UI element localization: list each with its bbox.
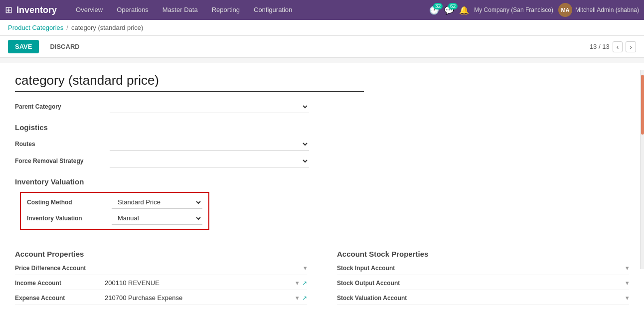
activities-icon[interactable]: 🕐 32 (429, 5, 439, 15)
bell-icon[interactable]: 🔔 (459, 5, 469, 15)
parent-category-row: Parent Category (15, 100, 629, 113)
discard-button[interactable]: DISCARD (43, 40, 86, 53)
grid-icon[interactable]: ⊞ (5, 4, 12, 15)
nav-overview[interactable]: Overview (69, 0, 110, 20)
stock-valuation-arrow[interactable]: ▾ (626, 294, 629, 302)
costing-method-select[interactable]: Standard Price Average Cost (AVCO) First… (112, 196, 202, 209)
inv-val-highlight-box: Costing Method Standard Price Average Co… (20, 192, 209, 230)
expense-account-arrow[interactable]: ▾ (296, 294, 299, 302)
stock-output-row: Stock Output Account ▾ (337, 279, 629, 290)
user-name: Mitchell Admin (shabna) (575, 6, 639, 13)
stock-output-label: Stock Output Account (337, 280, 427, 287)
logistics-section-title: Logistics (15, 123, 629, 132)
stock-valuation-label: Stock Valuation Account (337, 295, 427, 302)
main-nav: Overview Operations Master Data Reportin… (69, 0, 429, 20)
parent-category-field (110, 100, 309, 113)
user-avatar: MA (558, 3, 572, 17)
income-account-row: Income Account 200110 REVENUE ▾ ↗ (15, 279, 307, 290)
stock-valuation-row: Stock Valuation Account ▾ (337, 294, 629, 305)
stock-input-field: ▾ (427, 264, 629, 272)
routes-select[interactable] (110, 138, 309, 151)
stock-input-row: Stock Input Account ▾ (337, 264, 629, 275)
save-button[interactable]: SAVE (8, 40, 39, 53)
force-removal-field (110, 155, 309, 167)
breadcrumb-parent[interactable]: Product Categories (8, 24, 63, 31)
income-account-arrow[interactable]: ▾ (296, 279, 299, 287)
stock-output-field: ▾ (427, 279, 629, 287)
force-removal-label: Force Removal Strategy (15, 157, 105, 164)
expense-account-field: 210700 Purchase Expense ▾ ↗ (105, 294, 307, 302)
stock-input-label: Stock Input Account (337, 265, 427, 272)
messages-icon[interactable]: 💬 62 (444, 5, 454, 15)
inventory-valuation-label: Inventory Valuation (27, 215, 107, 222)
account-props-left: Account Properties Price Difference Acco… (15, 240, 307, 309)
routes-label: Routes (15, 141, 105, 148)
parent-category-select[interactable] (110, 100, 309, 113)
breadcrumb-separator: / (66, 24, 68, 31)
nav-master-data[interactable]: Master Data (156, 0, 205, 20)
routes-row: Routes (15, 138, 629, 151)
costing-method-row: Costing Method Standard Price Average Co… (27, 196, 202, 209)
pager-next[interactable]: › (626, 41, 636, 52)
form-title[interactable]: category (standard price) (15, 73, 364, 92)
parent-category-label: Parent Category (15, 103, 105, 110)
pager: 13 / 13 ‹ › (590, 41, 636, 52)
stock-output-arrow[interactable]: ▾ (626, 279, 629, 287)
stock-valuation-field: ▾ (427, 294, 629, 302)
nav-reporting[interactable]: Reporting (205, 0, 247, 20)
scrollbar[interactable] (640, 70, 644, 269)
price-diff-label: Price Difference Account (15, 265, 105, 272)
pager-prev[interactable]: ‹ (613, 41, 623, 52)
price-diff-arrow[interactable]: ▾ (304, 264, 307, 272)
breadcrumb: Product Categories / category (standard … (0, 20, 644, 36)
topbar-right: 🕐 32 💬 62 🔔 My Company (San Francisco) M… (429, 3, 639, 17)
nav-operations[interactable]: Operations (110, 0, 156, 20)
price-diff-field: ▾ (105, 264, 307, 272)
user-menu[interactable]: MA Mitchell Admin (shabna) (558, 3, 639, 17)
costing-method-field: Standard Price Average Cost (AVCO) First… (112, 196, 202, 209)
action-bar: SAVE DISCARD 13 / 13 ‹ › (0, 36, 644, 58)
force-removal-select[interactable] (110, 155, 309, 167)
income-account-label: Income Account (15, 280, 105, 287)
messages-badge: 62 (448, 3, 458, 9)
stock-props-title: Account Stock Properties (337, 250, 629, 258)
account-props-title: Account Properties (15, 250, 307, 258)
account-stock-props-right: Account Stock Properties Stock Input Acc… (337, 240, 629, 309)
force-removal-row: Force Removal Strategy (15, 155, 629, 167)
topbar: ⊞ Inventory Overview Operations Master D… (0, 0, 644, 20)
main-form: category (standard price) Parent Categor… (0, 63, 644, 311)
breadcrumb-current: category (standard price) (71, 24, 144, 31)
inventory-valuation-field: Manual Automated (112, 212, 202, 225)
income-account-ext-link[interactable]: ↗ (302, 280, 307, 287)
costing-method-label: Costing Method (27, 199, 107, 206)
price-diff-row: Price Difference Account ▾ (15, 264, 307, 275)
activities-badge: 32 (433, 3, 443, 9)
expense-account-row: Expense Account 210700 Purchase Expense … (15, 294, 307, 305)
inventory-valuation-select[interactable]: Manual Automated (112, 212, 202, 225)
inv-val-section: Costing Method Standard Price Average Co… (15, 192, 629, 230)
income-account-value: 200110 REVENUE (105, 279, 160, 287)
company-selector[interactable]: My Company (San Francisco) (474, 6, 553, 13)
inv-val-section-title: Inventory Valuation (15, 177, 629, 186)
account-properties: Account Properties Price Difference Acco… (15, 240, 629, 309)
income-account-field: 200110 REVENUE ▾ ↗ (105, 279, 307, 287)
expense-account-value: 210700 Purchase Expense (105, 294, 182, 302)
nav-configuration[interactable]: Configuration (247, 0, 299, 20)
stock-input-arrow[interactable]: ▾ (626, 264, 629, 272)
inventory-valuation-row: Inventory Valuation Manual Automated (27, 212, 202, 225)
app-name[interactable]: Inventory (16, 5, 57, 15)
expense-account-ext-link[interactable]: ↗ (302, 295, 307, 302)
expense-account-label: Expense Account (15, 295, 105, 302)
scroll-thumb (641, 75, 644, 135)
routes-field (110, 138, 309, 151)
pager-count: 13 / 13 (590, 43, 610, 50)
